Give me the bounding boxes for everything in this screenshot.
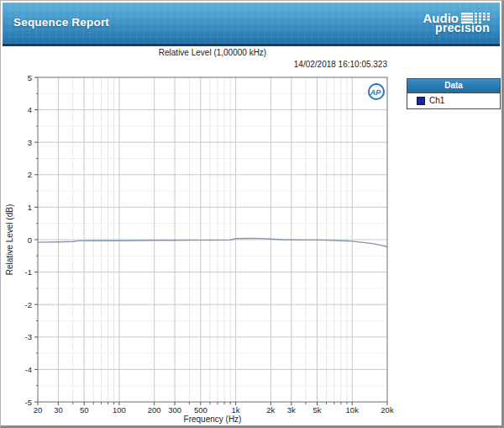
x-tick-label: 20: [34, 405, 43, 415]
y-tick-label: -1: [25, 267, 32, 277]
y-tick-label: -5: [25, 398, 32, 407]
x-tick-label: 20k: [381, 405, 394, 415]
x-tick-label: 3k: [287, 405, 296, 415]
y-axis-title: Relative Level (dB): [5, 204, 14, 275]
x-tick-label: 300: [168, 405, 181, 415]
legend-label-ch1: Ch1: [429, 96, 444, 105]
y-tick-label: -3: [25, 332, 32, 341]
x-tick-label: 50: [80, 405, 89, 415]
y-tick-label: 5: [28, 73, 32, 82]
y-tick-label: -2: [25, 300, 32, 309]
y-tick-label: 4: [28, 105, 32, 114]
y-tick-label: 3: [28, 138, 32, 147]
y-tick-label: 0: [28, 235, 32, 245]
ap-watermark-text: AP: [370, 88, 381, 97]
x-tick-label: 10k: [346, 405, 360, 415]
x-tick-label: 100: [113, 405, 126, 415]
x-tick-label: 5k: [312, 405, 321, 415]
sequence-report-page: Sequence Report Audio precision Relative…: [0, 0, 504, 428]
legend-item-ch1: Ch1: [407, 93, 500, 108]
legend-header: Data: [407, 79, 500, 93]
x-tick-label: 1k: [232, 405, 240, 415]
y-tick-label: -4: [25, 365, 32, 374]
x-tick-label: 500: [194, 405, 207, 415]
x-tick-label: 200: [148, 405, 161, 415]
legend-swatch-ch1: [417, 97, 425, 105]
legend-box: Data Ch1: [407, 78, 501, 109]
plot-area: 2030501002003005001k2k3k5k10k20k543210-1…: [1, 1, 504, 428]
x-tick-label: 30: [54, 405, 63, 415]
x-axis-title: Frequency (Hz): [184, 415, 242, 424]
x-tick-label: 2k: [266, 405, 275, 415]
y-tick-label: 1: [28, 203, 32, 212]
y-tick-label: 2: [28, 170, 32, 179]
